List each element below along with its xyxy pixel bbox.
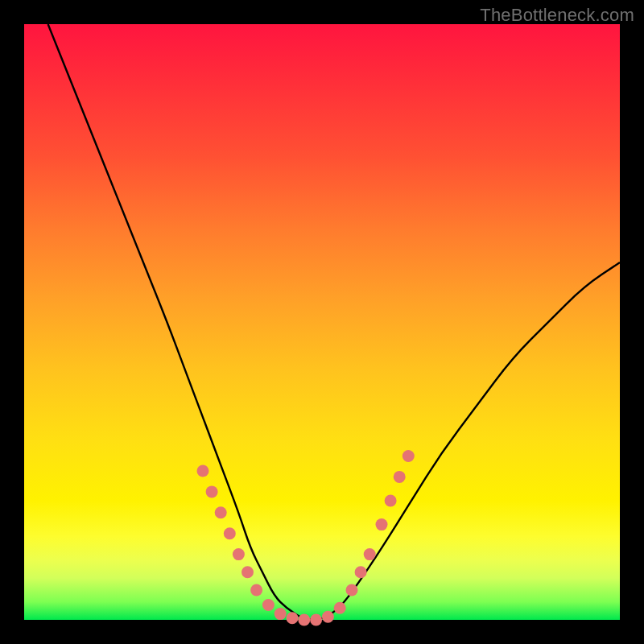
curve-marker [287,612,299,624]
curve-marker [233,548,245,560]
bottleneck-curve [48,24,620,620]
curve-marker [298,614,310,626]
curve-marker [242,566,254,578]
curve-marker [224,527,236,539]
watermark-text: TheBottleneck.com [480,5,634,26]
curve-marker [376,518,388,530]
curve-marker [355,566,367,578]
curve-marker [262,599,275,611]
curve-svg [24,24,620,620]
curve-marker [275,608,287,620]
curve-marker [394,471,406,483]
chart-frame: TheBottleneck.com [0,0,644,644]
curve-marker [322,611,334,623]
curve-marker [346,584,358,597]
curve-marker [310,614,322,626]
curve-marker [250,584,262,597]
curve-marker [215,506,227,518]
curve-marker [334,602,346,614]
curve-marker [364,548,376,560]
plot-area [24,24,620,620]
curve-marker [385,495,397,507]
curve-marker [402,450,415,462]
curve-markers [197,450,415,626]
curve-marker [206,485,218,497]
curve-marker [197,465,209,477]
